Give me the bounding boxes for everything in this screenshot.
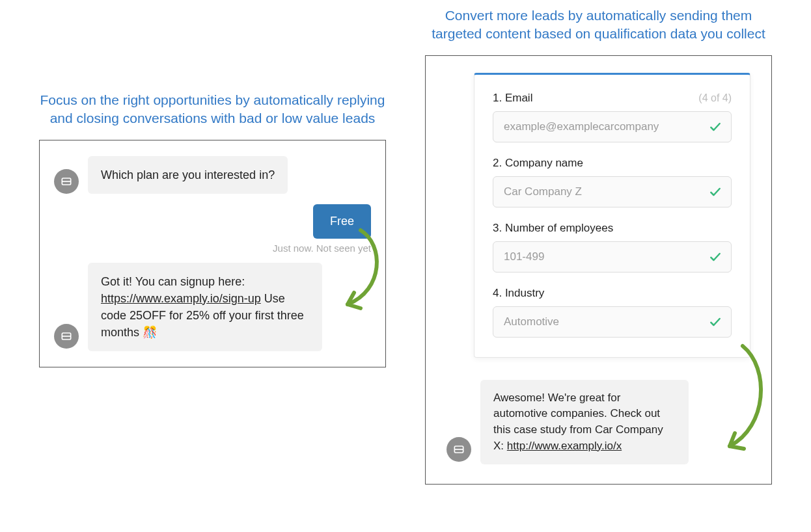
field-label: 2. Company name — [493, 157, 583, 170]
bot-followup-pre: Got it! You can signup here: — [101, 275, 245, 288]
user-reply-bubble[interactable]: Free — [313, 204, 371, 239]
field-label: 4. Industry — [493, 287, 544, 300]
check-icon — [709, 315, 722, 328]
qualification-form: 1. Email (4 of 4) example@examplecarcomp… — [474, 73, 750, 358]
bot-followup-row: Got it! You can signup here: https://www… — [54, 263, 371, 351]
signup-link[interactable]: https://www.examply.io/sign-up — [101, 292, 261, 305]
bot-reply-bubble: Awesome! We're great for automotive comp… — [480, 380, 689, 465]
bot-question-row: Which plan are you interested in? — [54, 156, 371, 194]
bot-followup-bubble: Got it! You can signup here: https://www… — [88, 263, 322, 351]
input-value: 101-499 — [504, 250, 701, 263]
left-column: Focus on the right opportunities by auto… — [39, 7, 386, 367]
right-headline: Convert more leads by automatically send… — [425, 7, 772, 44]
bot-reply-row: Awesome! We're great for automotive comp… — [447, 380, 757, 465]
field-label: 1. Email — [493, 92, 532, 105]
bot-avatar-icon — [54, 169, 79, 194]
field-industry: 4. Industry Automotive — [493, 287, 732, 338]
message-meta: Just now. Not seen yet — [54, 243, 371, 254]
user-reply-row: Free — [54, 204, 371, 239]
right-column: Convert more leads by automatically send… — [425, 7, 772, 485]
input-value: example@examplecarcompany — [504, 120, 701, 133]
step-counter: (4 of 4) — [698, 92, 732, 104]
field-company: 2. Company name Car Company Z — [493, 157, 732, 207]
left-headline: Focus on the right opportunities by auto… — [39, 91, 386, 128]
field-label: 3. Number of employees — [493, 222, 613, 235]
check-icon — [709, 250, 722, 263]
bot-avatar-icon — [447, 437, 471, 462]
field-email: 1. Email (4 of 4) example@examplecarcomp… — [493, 92, 732, 142]
right-panel: 1. Email (4 of 4) example@examplecarcomp… — [425, 55, 772, 485]
email-input[interactable]: example@examplecarcompany — [493, 111, 732, 142]
check-icon — [709, 120, 722, 133]
input-value: Automotive — [504, 315, 701, 328]
input-value: Car Company Z — [504, 185, 701, 198]
employees-input[interactable]: 101-499 — [493, 241, 732, 273]
company-input[interactable]: Car Company Z — [493, 176, 732, 207]
field-employees: 3. Number of employees 101-499 — [493, 222, 732, 273]
industry-input[interactable]: Automotive — [493, 306, 732, 338]
check-icon — [709, 185, 722, 198]
case-study-link[interactable]: http://www.examply.io/x — [507, 440, 622, 452]
bot-avatar-icon — [54, 324, 79, 349]
bot-question-bubble: Which plan are you interested in? — [88, 156, 288, 194]
left-panel: Which plan are you interested in? Free J… — [39, 140, 386, 367]
